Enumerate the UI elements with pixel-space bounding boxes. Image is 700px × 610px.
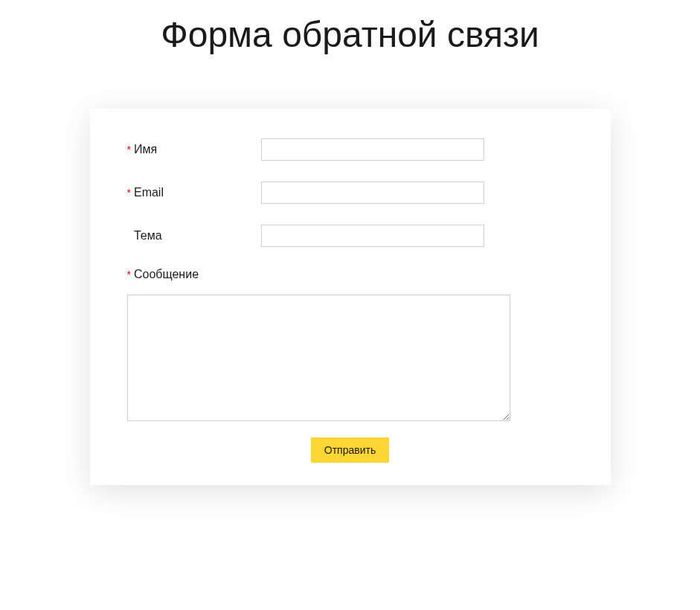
subject-input[interactable]	[261, 225, 484, 247]
message-textarea[interactable]	[127, 295, 510, 421]
name-label: Имя	[134, 143, 157, 156]
page-title: Форма обратной связи	[142, 0, 559, 57]
submit-button[interactable]: Отправить	[311, 437, 389, 463]
subject-label: Тема	[134, 229, 162, 243]
email-label-wrap: * Email	[127, 186, 261, 199]
message-label: Сообщение	[134, 268, 199, 281]
email-input[interactable]	[261, 182, 484, 204]
message-label-wrap: * Сообщение	[127, 268, 574, 281]
submit-wrap: Отправить	[127, 437, 574, 463]
email-label: Email	[134, 186, 164, 199]
required-asterisk: *	[127, 144, 131, 155]
name-label-wrap: * Имя	[127, 143, 261, 156]
form-row-subject: * Тема	[127, 225, 574, 247]
form-row-email: * Email	[127, 182, 574, 204]
feedback-form-card: * Имя * Email * Тема * Сообщение Отправи…	[90, 109, 611, 485]
name-input[interactable]	[261, 138, 484, 161]
subject-label-wrap: * Тема	[127, 229, 261, 243]
form-row-message: * Сообщение	[127, 268, 574, 421]
form-row-name: * Имя	[127, 138, 574, 161]
required-asterisk: *	[127, 187, 131, 199]
required-asterisk: *	[127, 269, 131, 280]
